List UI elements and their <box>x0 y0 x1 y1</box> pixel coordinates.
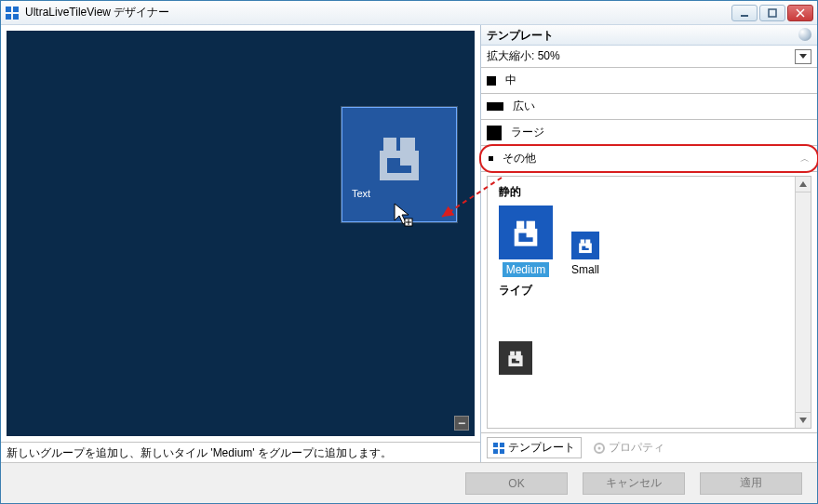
svg-rect-20 <box>510 351 515 356</box>
svg-rect-16 <box>527 221 535 238</box>
size-other-label: その他 <box>503 151 536 166</box>
svg-rect-26 <box>500 449 504 454</box>
tile-glyph-icon <box>506 349 525 367</box>
gallery-item-medium[interactable]: Medium <box>499 206 553 277</box>
svg-rect-5 <box>769 9 776 17</box>
tab-properties-label: プロパティ <box>609 440 664 456</box>
svg-rect-24 <box>500 443 504 447</box>
zoom-label: 拡大縮小: 50% <box>487 48 560 64</box>
panel-header-label: テンプレート <box>487 29 554 42</box>
svg-rect-17 <box>581 239 584 243</box>
size-large-label: ラージ <box>511 125 544 140</box>
dialog-button-bar: OK キャンセル 適用 <box>1 462 817 503</box>
drag-tile-medium[interactable]: Text <box>342 107 457 222</box>
collapse-handle[interactable]: − <box>454 416 469 431</box>
gallery-live-header: ライブ <box>499 283 805 298</box>
templates-icon <box>493 443 504 454</box>
ok-button[interactable]: OK <box>465 472 568 495</box>
size-option-large[interactable]: ラージ <box>481 120 817 146</box>
designer-window: UltraLiveTileView デザイナー Text <box>0 0 818 504</box>
tile-glyph-icon <box>372 130 426 184</box>
svg-rect-22 <box>516 351 521 361</box>
window-controls <box>731 5 813 21</box>
apply-button[interactable]: 適用 <box>700 472 802 495</box>
tab-templates-label: テンプレート <box>508 440 575 456</box>
size-wide-label: 広い <box>513 99 535 114</box>
status-hint: 新しいグループを追加し、新しいタイル 'Medium' をグループに追加します。 <box>1 442 480 462</box>
svg-rect-2 <box>6 14 11 20</box>
canvas-pane: Text − 新しいグループを追加し、新しいタイル 'Medium' をグループ… <box>1 25 481 462</box>
size-option-medium[interactable]: 中 <box>481 68 817 94</box>
size-option-wide[interactable]: 広い <box>481 94 817 120</box>
cancel-button[interactable]: キャンセル <box>583 472 685 495</box>
zoom-row[interactable]: 拡大縮小: 50% <box>481 46 817 68</box>
scroll-up-button[interactable] <box>796 177 811 192</box>
content-area: Text − 新しいグループを追加し、新しいタイル 'Medium' をグループ… <box>1 25 817 462</box>
close-button[interactable] <box>787 5 813 21</box>
template-gallery: 静的 Medium Small <box>487 176 811 429</box>
tab-properties[interactable]: プロパティ <box>587 437 671 458</box>
tile-glyph-icon <box>510 217 542 248</box>
sphere-icon <box>798 28 811 41</box>
maximize-button[interactable] <box>759 5 785 21</box>
gallery-item-small[interactable]: Small <box>568 232 603 277</box>
zoom-dropdown-button[interactable] <box>795 49 811 64</box>
svg-rect-0 <box>6 7 11 12</box>
template-panel: テンプレート 拡大縮小: 50% 中 広い ラージ その他 <box>481 25 817 462</box>
svg-rect-19 <box>585 239 590 247</box>
size-medium-label: 中 <box>505 73 516 88</box>
scroll-down-button[interactable] <box>796 412 811 428</box>
gallery-static-header: 静的 <box>499 184 805 200</box>
svg-rect-3 <box>13 14 19 20</box>
gallery-item-small-label: Small <box>568 262 603 277</box>
minimize-button[interactable] <box>731 5 758 21</box>
design-canvas[interactable]: Text − <box>7 31 475 436</box>
svg-rect-23 <box>493 443 498 447</box>
tile-text-label: Text <box>352 188 370 199</box>
size-large-icon <box>487 126 502 140</box>
svg-rect-10 <box>400 138 415 166</box>
svg-rect-8 <box>383 138 396 151</box>
panel-header: テンプレート <box>481 25 817 46</box>
gallery-item-medium-label: Medium <box>503 262 550 277</box>
svg-rect-1 <box>13 7 19 12</box>
size-other-icon <box>489 156 493 161</box>
tab-templates[interactable]: テンプレート <box>487 437 582 458</box>
svg-rect-14 <box>516 221 524 229</box>
gallery-item-live[interactable] <box>499 341 532 375</box>
size-option-other[interactable]: その他 ︿ <box>481 146 817 172</box>
svg-rect-25 <box>493 449 498 454</box>
titlebar: UltraLiveTileView デザイナー <box>1 1 817 25</box>
tile-glyph-icon <box>577 237 594 254</box>
window-title: UltraLiveTileView デザイナー <box>25 5 169 20</box>
size-wide-icon <box>487 102 503 111</box>
app-icon <box>5 6 20 20</box>
gear-icon <box>594 443 605 454</box>
size-medium-icon <box>487 76 496 86</box>
chevron-up-icon: ︿ <box>800 153 810 166</box>
gallery-scrollbar[interactable] <box>795 177 811 428</box>
svg-point-28 <box>598 446 601 449</box>
panel-tabs: テンプレート プロパティ <box>481 432 817 462</box>
